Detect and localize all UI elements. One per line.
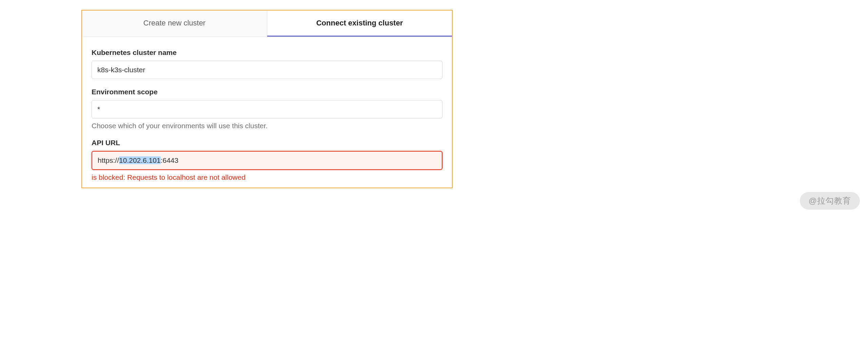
- form-content: Kubernetes cluster name Environment scop…: [82, 37, 452, 188]
- cluster-name-group: Kubernetes cluster name: [92, 49, 442, 79]
- cluster-name-label: Kubernetes cluster name: [92, 49, 442, 57]
- tabs-row: Create new cluster Connect existing clus…: [82, 11, 452, 37]
- environment-scope-input[interactable]: [92, 100, 442, 118]
- api-url-label: API URL: [92, 139, 442, 147]
- api-url-error: is blocked: Requests to localhost are no…: [92, 173, 442, 181]
- tab-create-cluster[interactable]: Create new cluster: [82, 11, 267, 37]
- tab-connect-cluster[interactable]: Connect existing cluster: [267, 11, 452, 37]
- api-url-input[interactable]: https://10.202.6.101:6443: [93, 152, 441, 169]
- environment-scope-label: Environment scope: [92, 88, 442, 96]
- cluster-config-panel: Create new cluster Connect existing clus…: [81, 10, 453, 188]
- api-url-selection: 10.202.6.101: [119, 156, 161, 164]
- api-url-prefix: https://: [98, 156, 119, 164]
- api-url-input-wrap[interactable]: https://10.202.6.101:6443: [92, 151, 442, 170]
- environment-scope-help: Choose which of your environments will u…: [92, 122, 442, 130]
- watermark-badge: @拉勾教育: [800, 192, 860, 210]
- api-url-suffix: :6443: [161, 156, 179, 164]
- cluster-name-input[interactable]: [92, 61, 442, 79]
- api-url-group: API URL https://10.202.6.101:6443 is blo…: [92, 139, 442, 181]
- environment-scope-group: Environment scope Choose which of your e…: [92, 88, 442, 130]
